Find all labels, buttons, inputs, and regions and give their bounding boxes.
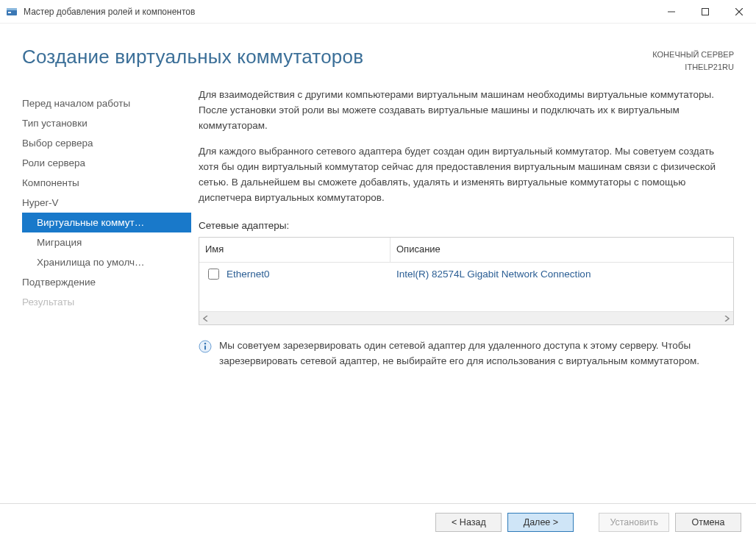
table-row[interactable]: Ethernet0 Intel(R) 82574L Gigabit Networ… bbox=[199, 263, 733, 287]
nav-migration[interactable]: Миграция bbox=[22, 232, 191, 252]
nav-hyper-v[interactable]: Hyper-V bbox=[22, 193, 191, 213]
wizard-content: Для взаимодействия с другими компьютерам… bbox=[191, 88, 734, 369]
destination-server-box: КОНЕЧНЫЙ СЕРВЕР ITHELP21RU bbox=[652, 46, 734, 73]
svg-point-8 bbox=[204, 343, 207, 345]
nav-results: Результаты bbox=[22, 292, 191, 312]
network-adapters-table: Имя Описание Ethernet0 Intel(R) 82574L G… bbox=[199, 237, 734, 325]
svg-rect-9 bbox=[204, 346, 206, 350]
nav-features[interactable]: Компоненты bbox=[22, 173, 191, 193]
column-header-name[interactable]: Имя bbox=[199, 238, 391, 261]
paragraph-intro-2: Для каждого выбранного сетевого адаптера… bbox=[199, 144, 734, 206]
nav-server-roles[interactable]: Роли сервера bbox=[22, 153, 191, 173]
nav-default-stores[interactable]: Хранилища по умолч… bbox=[22, 252, 191, 272]
minimize-button[interactable] bbox=[655, 0, 688, 24]
maximize-button[interactable] bbox=[688, 0, 722, 24]
adapter-name: Ethernet0 bbox=[227, 267, 270, 283]
back-button[interactable]: < Назад bbox=[435, 513, 502, 532]
network-adapters-label: Сетевые адаптеры: bbox=[199, 219, 734, 234]
adapter-checkbox-ethernet0[interactable] bbox=[208, 269, 219, 280]
nav-virtual-switches[interactable]: Виртуальные коммут… bbox=[22, 213, 191, 232]
cancel-button[interactable]: Отмена bbox=[675, 513, 741, 532]
scroll-right-icon[interactable] bbox=[721, 313, 732, 324]
install-button: Установить bbox=[599, 513, 669, 532]
info-note: Мы советуем зарезервировать один сетевой… bbox=[199, 338, 734, 369]
wizard-header: Создание виртуальных коммутаторов КОНЕЧН… bbox=[0, 24, 756, 80]
nav-before-you-begin[interactable]: Перед началом работы bbox=[22, 93, 191, 113]
adapter-description: Intel(R) 82574L Gigabit Network Connecti… bbox=[391, 266, 733, 284]
info-icon bbox=[199, 340, 212, 353]
titlebar: Мастер добавления ролей и компонентов bbox=[0, 0, 756, 24]
table-header: Имя Описание bbox=[199, 238, 733, 262]
nav-server-selection[interactable]: Выбор сервера bbox=[22, 133, 191, 153]
window-title: Мастер добавления ролей и компонентов bbox=[24, 7, 655, 17]
svg-rect-4 bbox=[702, 9, 709, 15]
app-icon bbox=[6, 6, 18, 18]
scroll-left-icon[interactable] bbox=[201, 313, 211, 324]
svg-rect-1 bbox=[7, 8, 17, 10]
svg-rect-2 bbox=[8, 12, 11, 13]
close-button[interactable] bbox=[722, 0, 756, 24]
wizard-steps-nav: Перед началом работы Тип установки Выбор… bbox=[22, 88, 191, 369]
paragraph-intro-1: Для взаимодействия с другими компьютерам… bbox=[199, 88, 734, 134]
destination-server-label: КОНЕЧНЫЙ СЕРВЕР bbox=[652, 49, 734, 61]
next-button[interactable]: Далее > bbox=[507, 513, 574, 532]
page-title: Создание виртуальных коммутаторов bbox=[22, 46, 363, 68]
nav-installation-type[interactable]: Тип установки bbox=[22, 113, 191, 133]
destination-server-name: ITHELP21RU bbox=[652, 61, 734, 74]
wizard-footer: < Назад Далее > Установить Отмена bbox=[0, 503, 756, 540]
horizontal-scrollbar[interactable] bbox=[199, 311, 733, 324]
info-note-text: Мы советуем зарезервировать один сетевой… bbox=[219, 338, 734, 369]
column-header-description[interactable]: Описание bbox=[391, 238, 733, 261]
window-controls bbox=[655, 0, 756, 23]
nav-confirmation[interactable]: Подтверждение bbox=[22, 272, 191, 292]
scroll-track[interactable] bbox=[211, 312, 721, 324]
